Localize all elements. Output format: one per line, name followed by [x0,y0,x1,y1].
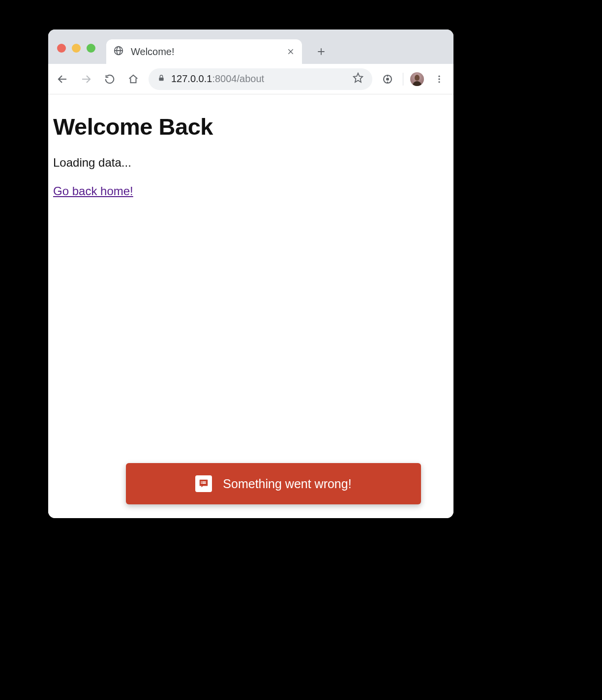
loading-text: Loading data... [53,156,449,170]
toolbar: 127.0.0.1:8004/about [48,64,453,94]
page-heading: Welcome Back [53,113,449,140]
error-snackbar[interactable]: Something went wrong! [126,463,421,504]
browser-window: Welcome! [48,29,453,518]
window-maximize-button[interactable] [87,44,95,53]
page-content: Welcome Back Loading data... Go back hom… [48,94,453,518]
reload-button[interactable] [101,71,118,88]
window-close-button[interactable] [57,44,66,53]
address-bar[interactable]: 127.0.0.1:8004/about [149,68,372,90]
home-button[interactable] [125,71,142,88]
svg-marker-10 [354,73,362,82]
extensions-button[interactable] [379,71,396,88]
svg-rect-9 [159,78,163,81]
url-host: 127.0.0.1 [171,73,212,84]
go-home-link[interactable]: Go back home! [53,184,133,198]
svg-point-12 [386,78,389,81]
snackbar-message: Something went wrong! [223,477,351,491]
svg-rect-19 [203,483,206,484]
toolbar-separator [403,73,403,86]
svg-rect-17 [201,483,202,484]
bookmark-star-icon[interactable] [353,72,363,86]
browser-tab[interactable]: Welcome! [106,39,302,64]
profile-avatar[interactable] [410,72,424,86]
new-tab-button[interactable] [312,42,331,61]
speaker-notes-icon [195,475,212,492]
lock-icon [157,73,165,85]
window-controls [57,44,95,53]
tab-close-button[interactable] [286,47,295,56]
svg-rect-16 [201,481,202,482]
globe-icon [113,45,124,58]
tab-title: Welcome! [131,46,279,58]
menu-button[interactable] [431,71,448,88]
titlebar: Welcome! [48,29,453,64]
svg-point-13 [438,75,440,77]
url-text: 127.0.0.1:8004/about [171,73,264,85]
svg-point-14 [438,78,440,80]
url-path: :8004/about [212,73,264,84]
forward-button[interactable] [78,71,94,88]
window-minimize-button[interactable] [72,44,81,53]
svg-point-15 [438,81,440,83]
svg-rect-18 [203,481,206,482]
back-button[interactable] [54,71,71,88]
